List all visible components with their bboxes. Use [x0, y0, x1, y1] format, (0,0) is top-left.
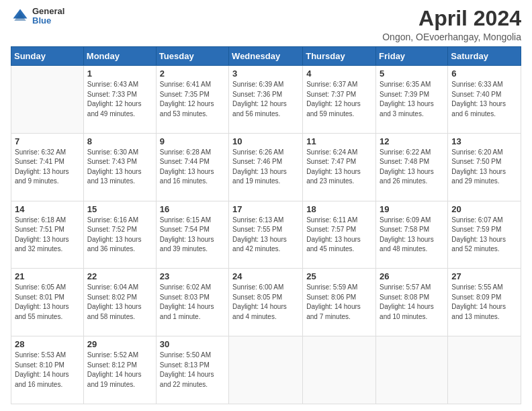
day-number: 17 [232, 204, 299, 214]
day-number: 12 [380, 136, 444, 146]
title-block: April 2024 Ongon, OEvoerhangay, Mongolia [382, 7, 521, 42]
calendar-cell: 16Sunrise: 6:15 AM Sunset: 7:54 PM Dayli… [156, 201, 228, 269]
day-header: Wednesday [229, 47, 303, 66]
day-info: Sunrise: 6:41 AM Sunset: 7:35 PM Dayligh… [160, 80, 225, 119]
day-info: Sunrise: 6:15 AM Sunset: 7:54 PM Dayligh… [160, 216, 225, 255]
calendar-week-row: 7Sunrise: 6:32 AM Sunset: 7:41 PM Daylig… [11, 133, 521, 201]
day-number: 7 [15, 136, 80, 146]
day-number: 2 [160, 68, 225, 79]
day-number: 11 [306, 136, 372, 146]
day-info: Sunrise: 6:35 AM Sunset: 7:39 PM Dayligh… [380, 80, 444, 119]
page: General Blue April 2024 Ongon, OEvoerhan… [0, 0, 532, 411]
day-info: Sunrise: 6:37 AM Sunset: 7:37 PM Dayligh… [306, 80, 372, 119]
calendar-cell: 8Sunrise: 6:30 AM Sunset: 7:43 PM Daylig… [83, 133, 156, 201]
header: General Blue April 2024 Ongon, OEvoerhan… [11, 7, 521, 42]
day-number: 23 [160, 271, 225, 281]
calendar-cell: 12Sunrise: 6:22 AM Sunset: 7:48 PM Dayli… [376, 133, 448, 201]
calendar-cell: 26Sunrise: 5:57 AM Sunset: 8:08 PM Dayli… [376, 269, 448, 336]
calendar-cell: 18Sunrise: 6:11 AM Sunset: 7:57 PM Dayli… [303, 201, 376, 269]
calendar-cell [11, 66, 84, 134]
logo-general: General [32, 7, 64, 16]
day-header: Thursday [303, 47, 376, 66]
day-number: 26 [380, 271, 444, 281]
logo-blue: Blue [32, 16, 64, 26]
day-number: 14 [15, 204, 80, 214]
day-info: Sunrise: 5:55 AM Sunset: 8:09 PM Dayligh… [451, 283, 517, 322]
calendar-cell: 15Sunrise: 6:16 AM Sunset: 7:52 PM Dayli… [83, 201, 156, 269]
day-number: 9 [160, 136, 225, 146]
day-header: Saturday [448, 47, 521, 66]
calendar-cell: 23Sunrise: 6:02 AM Sunset: 8:03 PM Dayli… [156, 269, 228, 336]
calendar-cell: 30Sunrise: 5:50 AM Sunset: 8:13 PM Dayli… [156, 336, 228, 404]
calendar-cell: 3Sunrise: 6:39 AM Sunset: 7:36 PM Daylig… [229, 66, 303, 134]
calendar-cell: 7Sunrise: 6:32 AM Sunset: 7:41 PM Daylig… [11, 133, 84, 201]
day-number: 20 [451, 204, 517, 214]
calendar-cell: 24Sunrise: 6:00 AM Sunset: 8:05 PM Dayli… [229, 269, 303, 336]
day-info: Sunrise: 6:11 AM Sunset: 7:57 PM Dayligh… [306, 216, 372, 255]
logo-icon [11, 7, 30, 26]
calendar-cell [229, 336, 303, 404]
day-number: 27 [451, 271, 517, 281]
day-number: 10 [232, 136, 299, 146]
calendar-cell: 25Sunrise: 5:59 AM Sunset: 8:06 PM Dayli… [303, 269, 376, 336]
calendar: SundayMondayTuesdayWednesdayThursdayFrid… [11, 46, 521, 404]
calendar-cell: 27Sunrise: 5:55 AM Sunset: 8:09 PM Dayli… [448, 269, 521, 336]
day-number: 18 [306, 204, 372, 214]
logo: General Blue [11, 7, 64, 26]
day-info: Sunrise: 5:52 AM Sunset: 8:12 PM Dayligh… [87, 351, 152, 390]
day-info: Sunrise: 6:43 AM Sunset: 7:33 PM Dayligh… [87, 80, 152, 119]
day-number: 29 [87, 339, 152, 349]
day-info: Sunrise: 5:57 AM Sunset: 8:08 PM Dayligh… [380, 283, 444, 322]
calendar-cell: 5Sunrise: 6:35 AM Sunset: 7:39 PM Daylig… [376, 66, 448, 134]
day-info: Sunrise: 6:24 AM Sunset: 7:47 PM Dayligh… [306, 148, 372, 187]
day-number: 15 [87, 204, 152, 214]
calendar-cell: 6Sunrise: 6:33 AM Sunset: 7:40 PM Daylig… [448, 66, 521, 134]
day-number: 28 [15, 339, 80, 349]
calendar-week-row: 21Sunrise: 6:05 AM Sunset: 8:01 PM Dayli… [11, 269, 521, 336]
day-header: Monday [83, 47, 156, 66]
calendar-cell: 22Sunrise: 6:04 AM Sunset: 8:02 PM Dayli… [83, 269, 156, 336]
day-header: Tuesday [156, 47, 228, 66]
day-number: 4 [306, 68, 372, 79]
day-info: Sunrise: 6:28 AM Sunset: 7:44 PM Dayligh… [160, 148, 225, 187]
calendar-header-row: SundayMondayTuesdayWednesdayThursdayFrid… [11, 47, 521, 66]
day-info: Sunrise: 5:53 AM Sunset: 8:10 PM Dayligh… [15, 351, 80, 390]
day-number: 24 [232, 271, 299, 281]
calendar-cell: 20Sunrise: 6:07 AM Sunset: 7:59 PM Dayli… [448, 201, 521, 269]
calendar-week-row: 28Sunrise: 5:53 AM Sunset: 8:10 PM Dayli… [11, 336, 521, 404]
day-info: Sunrise: 6:30 AM Sunset: 7:43 PM Dayligh… [87, 148, 152, 187]
day-number: 19 [380, 204, 444, 214]
day-number: 21 [15, 271, 80, 281]
day-info: Sunrise: 6:09 AM Sunset: 7:58 PM Dayligh… [380, 216, 444, 255]
day-info: Sunrise: 6:00 AM Sunset: 8:05 PM Dayligh… [232, 283, 299, 322]
day-info: Sunrise: 6:02 AM Sunset: 8:03 PM Dayligh… [160, 283, 225, 322]
day-number: 6 [451, 68, 517, 79]
calendar-cell: 29Sunrise: 5:52 AM Sunset: 8:12 PM Dayli… [83, 336, 156, 404]
day-info: Sunrise: 5:50 AM Sunset: 8:13 PM Dayligh… [160, 351, 225, 390]
calendar-cell: 4Sunrise: 6:37 AM Sunset: 7:37 PM Daylig… [303, 66, 376, 134]
calendar-cell: 1Sunrise: 6:43 AM Sunset: 7:33 PM Daylig… [83, 66, 156, 134]
day-info: Sunrise: 6:18 AM Sunset: 7:51 PM Dayligh… [15, 216, 80, 255]
day-info: Sunrise: 6:16 AM Sunset: 7:52 PM Dayligh… [87, 216, 152, 255]
calendar-cell: 28Sunrise: 5:53 AM Sunset: 8:10 PM Dayli… [11, 336, 84, 404]
day-info: Sunrise: 6:20 AM Sunset: 7:50 PM Dayligh… [451, 148, 517, 187]
day-number: 8 [87, 136, 152, 146]
calendar-cell: 10Sunrise: 6:26 AM Sunset: 7:46 PM Dayli… [229, 133, 303, 201]
calendar-cell [448, 336, 521, 404]
day-info: Sunrise: 6:26 AM Sunset: 7:46 PM Dayligh… [232, 148, 299, 187]
day-info: Sunrise: 6:04 AM Sunset: 8:02 PM Dayligh… [87, 283, 152, 322]
day-header: Friday [376, 47, 448, 66]
day-info: Sunrise: 6:32 AM Sunset: 7:41 PM Dayligh… [15, 148, 80, 187]
day-number: 16 [160, 204, 225, 214]
day-number: 30 [160, 339, 225, 349]
calendar-cell: 9Sunrise: 6:28 AM Sunset: 7:44 PM Daylig… [156, 133, 228, 201]
calendar-cell [376, 336, 448, 404]
day-info: Sunrise: 6:39 AM Sunset: 7:36 PM Dayligh… [232, 80, 299, 119]
calendar-cell [303, 336, 376, 404]
day-number: 3 [232, 68, 299, 79]
calendar-cell: 14Sunrise: 6:18 AM Sunset: 7:51 PM Dayli… [11, 201, 84, 269]
logo-text: General Blue [32, 7, 64, 26]
calendar-cell: 17Sunrise: 6:13 AM Sunset: 7:55 PM Dayli… [229, 201, 303, 269]
calendar-week-row: 14Sunrise: 6:18 AM Sunset: 7:51 PM Dayli… [11, 201, 521, 269]
subtitle: Ongon, OEvoerhangay, Mongolia [382, 32, 521, 42]
